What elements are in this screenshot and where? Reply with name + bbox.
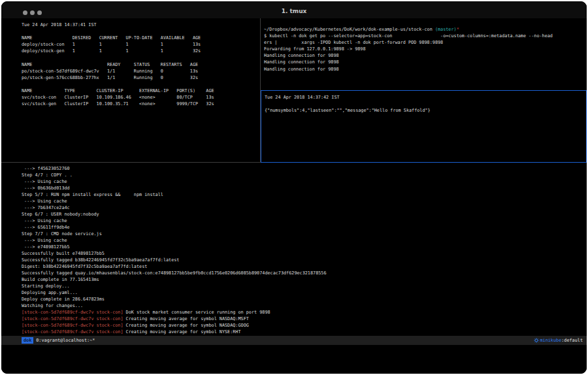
build-log: ---> f45623052760 Step 4/7 : COPY . . --… xyxy=(22,165,587,309)
shell-output: $ kubectl -n dok get po --selector=app=s… xyxy=(264,33,587,73)
tmux-session-badge: dok xyxy=(22,337,33,344)
pod-log-line: [stock-con-5d7df689cf-dwc7v stock-con] D… xyxy=(22,309,587,316)
pod-log-prefix: [stock-con-5d7df689cf-dwc7v stock-con] xyxy=(22,310,123,315)
pod-log-message: DoK stock market consumer service runnin… xyxy=(123,310,270,315)
kube-context-name: minikube xyxy=(540,338,562,343)
curl-output-text: Tue 24 Apr 2018 14:37:42 IST {"numsymbol… xyxy=(265,94,586,114)
kubernetes-wheel-icon xyxy=(534,338,539,343)
pod-log-prefix: [stock-con-5d7df689cf-dwc7v stock-con] xyxy=(22,323,123,328)
pod-log-message: Creating moving average for symbol NASDA… xyxy=(123,323,249,328)
titlebar: 1. tmux xyxy=(1,1,587,18)
pane-curl-output[interactable]: Tue 24 Apr 2018 14:37:42 IST {"numsymbol… xyxy=(261,91,587,163)
pod-log-prefix: [stock-con-5d7df689cf-dwc7v stock-con] xyxy=(22,316,123,321)
pod-log-message: Creating moving average for symbol NASDA… xyxy=(123,316,249,321)
kubectl-watch-output: Tue 24 Apr 2018 14:37:41 IST NAME DESIRE… xyxy=(22,22,260,107)
kube-namespace: :default xyxy=(561,338,583,343)
pod-log-line: [stock-con-5d7df689cf-dwc7v stock-con] C… xyxy=(22,329,587,335)
pane-kubectl-watch[interactable]: Tue 24 Apr 2018 14:37:41 IST NAME DESIRE… xyxy=(1,18,261,163)
shell-prompt-line: ~/Dropbox/advocacy/Kubernetes/DoK/work/d… xyxy=(264,26,587,33)
git-branch: (master) xyxy=(435,27,457,32)
pane-shell[interactable]: ~/Dropbox/advocacy/Kubernetes/DoK/work/d… xyxy=(261,18,587,91)
kube-context: minikube xyxy=(534,338,562,343)
pod-log-prefix: [stock-con-5d7df689cf-dwc7v stock-con] xyxy=(22,329,123,334)
pod-log-line: [stock-con-5d7df689cf-dwc7v stock-con] C… xyxy=(22,322,587,329)
pane-skaffold-log[interactable]: ---> f45623052760 Step 4/7 : COPY . . --… xyxy=(1,163,587,336)
tmux-window-item[interactable]: 0:vagrant@localhost:~* xyxy=(36,338,95,343)
shell-cwd: ~/Dropbox/advocacy/Kubernetes/DoK/work/d… xyxy=(264,27,435,32)
pod-log-line: [stock-con-5d7df689cf-dwc7v stock-con] C… xyxy=(22,316,587,322)
window-title: 1. tmux xyxy=(1,1,587,18)
empty-terminal-area xyxy=(1,345,587,374)
git-dirty-flag: * xyxy=(457,27,459,32)
tmux-status-bar: dok 0:vagrant@localhost:~* minikube :def… xyxy=(1,336,587,345)
terminal-window: 1. tmux Tue 24 Apr 2018 14:37:41 IST NAM… xyxy=(1,1,587,374)
pod-log-message: Creating moving average for symbol NYSE:… xyxy=(123,329,241,334)
